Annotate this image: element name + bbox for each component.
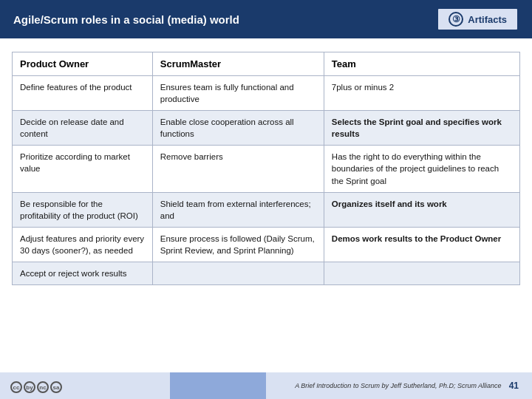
table-cell-po-5: Accept or reject work results [13, 262, 153, 285]
table-row-0: Define features of the productEnsures te… [13, 76, 520, 111]
table-row-3: Be responsible for the profitability of … [13, 192, 520, 227]
page-footer: cc by nc sa A Brief Introduction to Scru… [0, 372, 532, 399]
table-row-4: Adjust features and priority every 30 da… [13, 227, 520, 262]
table-cell-sm-5 [152, 262, 324, 285]
table-cell-team-3: Organizes itself and its work [324, 192, 519, 227]
table-cell-team-1: Selects the Sprint goal and specifies wo… [324, 111, 519, 146]
roles-table: Product Owner ScrumMaster Team Define fe… [12, 52, 520, 285]
table-cell-po-3: Be responsible for the profitability of … [13, 192, 153, 227]
table-cell-team-4: Demos work results to the Product Owner [324, 227, 519, 262]
table-cell-po-0: Define features of the product [13, 76, 153, 111]
main-content: Product Owner ScrumMaster Team Define fe… [0, 38, 532, 290]
col-header-po: Product Owner [13, 52, 153, 76]
table-row-5: Accept or reject work results [13, 262, 520, 285]
cc-icon-nc: nc [37, 381, 49, 393]
table-cell-sm-2: Remove barriers [152, 146, 324, 192]
col-header-sm: ScrumMaster [152, 52, 324, 76]
table-row-1: Decide on release date and contentEnable… [13, 111, 520, 146]
table-cell-po-1: Decide on release date and content [13, 111, 153, 146]
table-cell-team-0: 7plus or minus 2 [324, 76, 519, 111]
table-cell-team-5 [324, 262, 519, 285]
table-cell-po-4: Adjust features and priority every 30 da… [13, 227, 153, 262]
footer-page-number: 41 [509, 381, 519, 391]
table-cell-sm-3: Shield team from external interferences;… [152, 192, 324, 227]
artifact-number: ③ [449, 12, 463, 27]
table-row-2: Prioritize according to market valueRemo… [13, 146, 520, 192]
footer-blue-bar [170, 372, 266, 399]
page-header: Agile/Scrum roles in a social (media) wo… [0, 0, 532, 38]
cc-icon-by: by [24, 381, 35, 393]
artifact-label: Artifacts [468, 14, 507, 25]
table-cell-sm-1: Enable close cooperation across all func… [152, 111, 324, 146]
page-title: Agile/Scrum roles in a social (media) wo… [13, 13, 239, 26]
cc-icon-circle: cc [10, 381, 22, 393]
artifact-badge: ③ Artifacts [437, 7, 519, 31]
table-cell-team-2: Has the right to do everything within th… [324, 146, 519, 192]
cc-license-icon: cc by nc sa [10, 381, 62, 393]
table-cell-po-2: Prioritize according to market value [13, 146, 153, 192]
cc-icon-sa: sa [50, 381, 62, 393]
table-cell-sm-4: Ensure process is followed (Daily Scrum,… [152, 227, 324, 262]
table-cell-sm-0: Ensures team is fully functional and pro… [152, 76, 324, 111]
col-header-team: Team [324, 52, 519, 76]
